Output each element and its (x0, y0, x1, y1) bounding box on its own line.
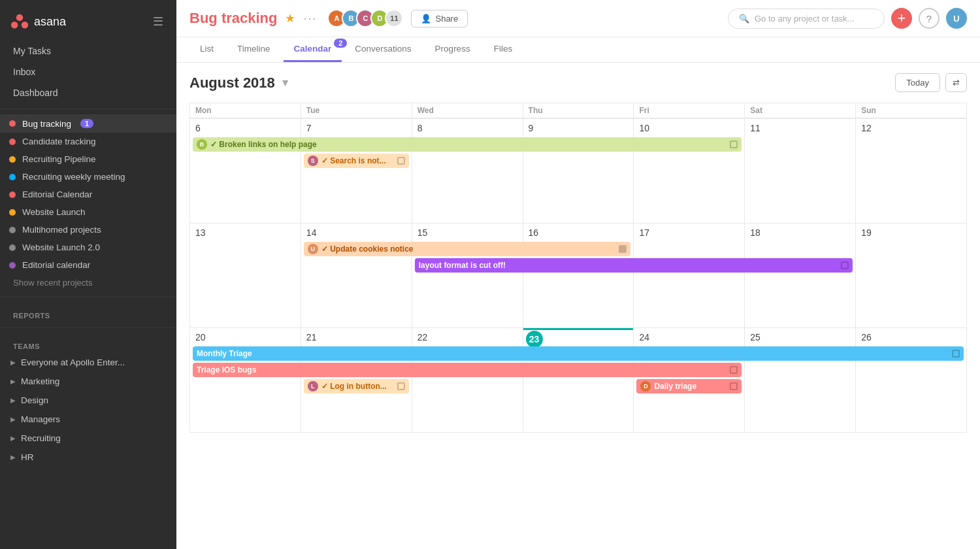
team-label-marketing: Marketing (21, 376, 59, 386)
calendar-event[interactable]: U✓ Update cookies notice (304, 242, 631, 256)
project-item-website-launch-2[interactable]: Website Launch 2.0 (0, 239, 176, 256)
project-title: Bug tracking (189, 10, 277, 27)
share-button[interactable]: 👤 Share (411, 10, 468, 27)
cal-date-20: 20 (193, 331, 208, 344)
day-header-wed: Wed (412, 103, 523, 119)
sidebar-item-inbox[interactable]: Inbox (0, 61, 176, 82)
project-dot-editorial (9, 191, 16, 198)
team-item-recruiting[interactable]: ▶ Recruiting (0, 429, 176, 448)
team-item-marketing[interactable]: ▶ Marketing (0, 372, 176, 391)
project-dot-editorial-2 (9, 262, 16, 269)
search-icon: 🔍 (739, 14, 749, 24)
project-item-recruiting-pipeline[interactable]: Recruiting Pipeline (0, 150, 176, 168)
help-button[interactable]: ? (919, 8, 939, 29)
project-item-website-launch[interactable]: Website Launch (0, 203, 176, 221)
calendar-month-arrow[interactable]: ▼ (280, 77, 291, 89)
user-avatar[interactable]: U (946, 8, 967, 29)
cal-date-22: 22 (415, 331, 431, 344)
show-recent-projects[interactable]: Show recent projects (0, 274, 176, 291)
cal-cell-11: 11 (745, 119, 856, 224)
project-label-recruiting-weekly: Recruiting weekly meeting (22, 172, 125, 182)
filter-button[interactable]: ⇄ (945, 73, 967, 92)
day-header-sun: Sun (856, 103, 967, 119)
team-label-managers: Managers (21, 414, 60, 424)
search-bar[interactable]: 🔍 Go to any project or task... (728, 8, 885, 29)
project-item-multihomed[interactable]: Multihomed projects (0, 221, 176, 239)
calendar-event[interactable]: S✓ Search is not... (304, 154, 409, 168)
cal-date-21: 21 (304, 331, 319, 344)
cal-date-26: 26 (858, 331, 874, 344)
tab-progress[interactable]: Progress (425, 37, 481, 62)
team-label-hr: HR (21, 452, 34, 462)
calendar-event[interactable]: DDaily triage (636, 379, 742, 393)
avatar-group: A B C D 11 (327, 9, 403, 27)
calendar-event[interactable]: layout format is cut off! (415, 258, 853, 273)
calendar-container: August 2018 ▼ Today ⇄ MonTueWedThuFriSat… (176, 63, 980, 549)
tab-files[interactable]: Files (483, 37, 523, 62)
cal-cell-24: 24DDaily triage (634, 328, 745, 433)
calendar-header-right: Today ⇄ (895, 73, 967, 92)
sidebar-item-my-tasks[interactable]: My Tasks (0, 41, 176, 61)
project-dot-recruiting-pipeline (9, 156, 16, 163)
calendar-event[interactable]: L✓ Log in button... (304, 379, 409, 393)
day-header-mon: Mon (190, 103, 301, 119)
team-label-design: Design (21, 395, 48, 405)
sidebar-logo[interactable]: asana (10, 12, 66, 31)
cal-date-7: 7 (304, 122, 314, 135)
project-item-editorial-calendar[interactable]: Editorial Calendar (0, 186, 176, 203)
project-item-recruiting-weekly[interactable]: Recruiting weekly meeting (0, 168, 176, 186)
filter-icon: ⇄ (953, 78, 960, 88)
cal-cell-26: 26 (856, 328, 967, 433)
cal-cell-14: 14U✓ Update cookies notice (301, 224, 412, 328)
tab-timeline[interactable]: Timeline (227, 37, 281, 62)
cal-cell-12: 12 (856, 119, 967, 224)
topbar: Bug tracking ★ ··· A B C D 11 👤 Share 🔍 … (176, 0, 980, 37)
today-button[interactable]: Today (895, 73, 940, 92)
calendar-event[interactable]: Monthly Triage (193, 346, 964, 361)
tabbar: List Timeline Calendar 2 Conversations P… (176, 37, 980, 63)
team-item-managers[interactable]: ▶ Managers (0, 410, 176, 429)
calendar-month-title: August 2018 (189, 75, 275, 92)
add-button[interactable]: + (891, 8, 912, 29)
cal-cell-9: 9 (523, 119, 634, 224)
cal-cell-22: 22 (412, 328, 523, 433)
tab-conversations[interactable]: Conversations (344, 37, 421, 62)
cal-date-19: 19 (858, 226, 874, 239)
search-placeholder: Go to any project or task... (755, 14, 854, 24)
avatar-count[interactable]: 11 (385, 9, 403, 27)
cal-date-8: 8 (415, 122, 425, 135)
project-label-candidate-tracking: Candidate tracking (22, 137, 96, 146)
cal-date-10: 10 (636, 122, 652, 135)
sidebar-collapse-button[interactable]: ☰ (150, 12, 166, 31)
team-item-apollo[interactable]: ▶ Everyone at Apollo Enter... (0, 353, 176, 372)
project-dot-website-launch-2 (9, 244, 16, 251)
project-label-website-launch-2: Website Launch 2.0 (22, 242, 100, 252)
project-item-bug-tracking[interactable]: Bug tracking 1 ··· (0, 114, 176, 133)
my-tasks-label: My Tasks (13, 46, 51, 56)
team-arrow-design: ▶ (10, 397, 16, 404)
sidebar-item-dashboard[interactable]: Dashboard (0, 82, 176, 103)
cal-date-9: 9 (526, 122, 536, 135)
team-item-design[interactable]: ▶ Design (0, 391, 176, 410)
cal-date-25: 25 (747, 331, 763, 344)
tab-list[interactable]: List (189, 37, 224, 62)
cal-cell-19: 19 (856, 224, 967, 328)
team-arrow-hr: ▶ (10, 454, 16, 461)
project-label-editorial-2: Editorial calendar (22, 260, 90, 270)
cal-cell-8: 8 (412, 119, 523, 224)
more-dots-button[interactable]: ··· (303, 12, 317, 25)
project-badge-bug-tracking: 1 (80, 119, 93, 128)
project-item-editorial-calendar-2[interactable]: Editorial calendar (0, 256, 176, 274)
project-label-bug-tracking: Bug tracking (22, 119, 71, 129)
team-item-hr[interactable]: ▶ HR (0, 448, 176, 467)
main-content: Bug tracking ★ ··· A B C D 11 👤 Share 🔍 … (176, 0, 980, 549)
project-item-candidate-tracking[interactable]: Candidate tracking (0, 133, 176, 150)
star-icon[interactable]: ★ (285, 11, 295, 25)
topbar-right: 🔍 Go to any project or task... + ? U (728, 8, 967, 29)
project-dot-bug-tracking (9, 120, 16, 127)
tab-calendar[interactable]: Calendar 2 (284, 37, 342, 62)
calendar-event[interactable]: Triage IOS bugs (193, 363, 742, 377)
cal-cell-25: 25 (745, 328, 856, 433)
cal-date-13: 13 (193, 226, 208, 239)
calendar-event[interactable]: B✓ Broken links on help page (193, 137, 742, 152)
